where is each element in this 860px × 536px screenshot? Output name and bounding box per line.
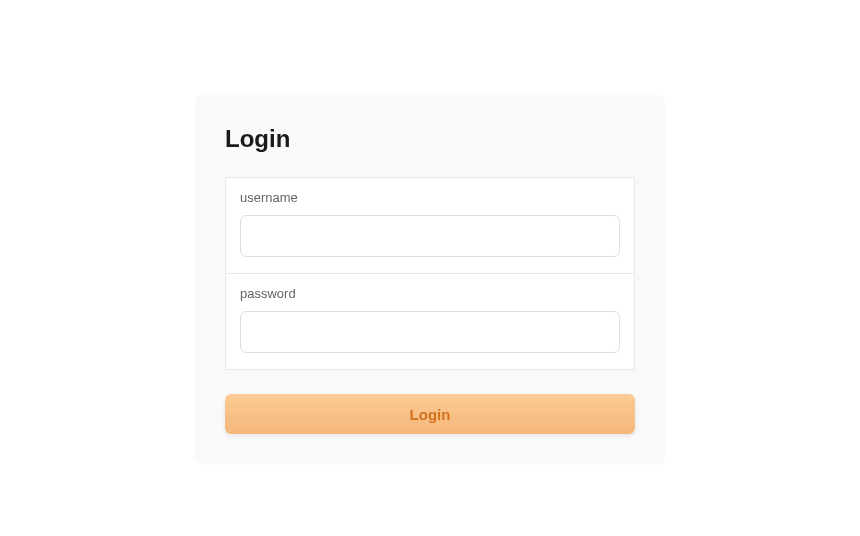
login-title: Login <box>225 125 635 153</box>
login-button[interactable]: Login <box>225 394 635 434</box>
login-card: Login username password Login <box>195 95 665 464</box>
password-label: password <box>240 286 620 301</box>
password-input[interactable] <box>240 311 620 353</box>
username-label: username <box>240 190 620 205</box>
username-group: username <box>225 177 635 273</box>
password-group: password <box>225 273 635 370</box>
username-input[interactable] <box>240 215 620 257</box>
